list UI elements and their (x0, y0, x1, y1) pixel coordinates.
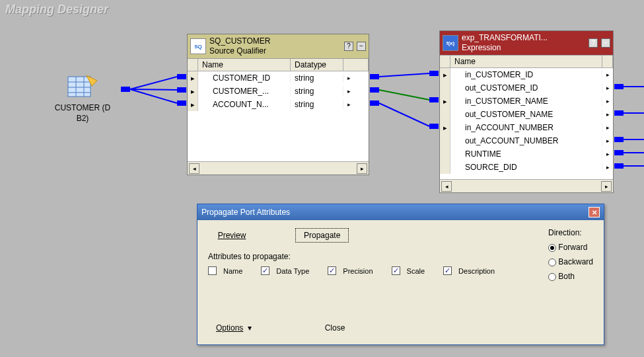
exp-header[interactable]: f(x) exp_TRANSFORMATI... Expression ? − (440, 31, 613, 56)
exp-in-port[interactable] (429, 124, 439, 129)
exp-out-port[interactable]: ▸ (602, 121, 613, 134)
exp-subtitle: Expression (462, 43, 585, 53)
row-handle[interactable] (440, 81, 450, 95)
designer-title: Mapping Designer (5, 3, 108, 17)
exp-cell: in_CUSTOMER_NAME (450, 97, 602, 106)
sq-col-datatype[interactable]: Datatype (291, 59, 343, 71)
direction-label: Direction: (548, 228, 593, 237)
scale-checkbox-label: Scale (407, 267, 425, 275)
sq-out-port[interactable] (370, 74, 379, 79)
sq-subtitle: Source Qualifier (209, 46, 341, 56)
row-handle[interactable] (440, 161, 450, 174)
dialog-title-text: Propagate Port Attributes (201, 208, 290, 217)
exp-out-port-ext[interactable] (614, 163, 624, 169)
sq-in-port[interactable] (177, 74, 186, 79)
svg-rect-0 (68, 77, 90, 97)
sq-icon: SQ (190, 38, 206, 54)
exp-col-name[interactable]: Name (450, 56, 602, 67)
help-button[interactable]: ? (344, 42, 353, 51)
scroll-left-button[interactable]: ◂ (189, 163, 199, 174)
exp-in-port[interactable] (429, 71, 439, 76)
scroll-left-button[interactable]: ◂ (441, 181, 452, 192)
description-checkbox[interactable]: ✓ (443, 266, 452, 275)
minimize-button[interactable]: − (601, 38, 610, 48)
sq-title: SQ_CUSTOMER (209, 36, 341, 46)
source-label-line2: B2) (50, 114, 116, 124)
exp-row[interactable]: ▸in_CUSTOMER_ID▸ (440, 68, 613, 81)
row-handle[interactable]: ▸ (188, 98, 198, 111)
exp-row[interactable]: RUNTIME▸ (440, 147, 613, 161)
svg-line-7 (130, 89, 177, 90)
exp-row[interactable]: ▸in_ACCOUNT_NUMBER▸ (440, 121, 613, 134)
scroll-right-button[interactable]: ▸ (601, 181, 612, 192)
source-customer[interactable]: CUSTOMER (D B2) (50, 71, 116, 124)
sq-out-port[interactable] (370, 87, 379, 93)
row-handle[interactable]: ▸ (188, 71, 198, 85)
sq-in-port[interactable] (177, 100, 186, 106)
exp-out-port-ext[interactable] (614, 137, 624, 142)
name-checkbox[interactable] (208, 266, 217, 275)
row-handle[interactable]: ▸ (440, 68, 450, 81)
exp-row[interactable]: out_CUSTOMER_NAME▸ (440, 108, 613, 121)
source-label-line1: CUSTOMER (D (50, 103, 116, 114)
sq-out-port[interactable]: ▸ (343, 71, 354, 85)
exp-out-port[interactable]: ▸ (602, 95, 613, 108)
sq-out-port[interactable]: ▸ (343, 85, 354, 98)
exp-row[interactable]: out_ACCOUNT_NUMBER▸ (440, 134, 613, 147)
backward-radio[interactable] (548, 258, 556, 266)
sq-out-port[interactable] (370, 100, 379, 106)
close-icon[interactable]: ✕ (589, 207, 600, 218)
sq-col-name[interactable]: Name (198, 59, 291, 71)
exp-in-port[interactable] (429, 97, 439, 102)
exp-cell: in_ACCOUNT_NUMBER (450, 123, 602, 132)
exp-out-port[interactable]: ▸ (602, 108, 613, 121)
svg-line-8 (130, 89, 177, 103)
datatype-checkbox[interactable]: ✓ (261, 266, 269, 275)
close-button[interactable]: Close (311, 321, 359, 335)
preview-button[interactable]: Preview (208, 228, 256, 243)
exp-cell: SOURCE_DID (450, 163, 602, 172)
row-handle[interactable] (440, 134, 450, 147)
exp-cell: in_CUSTOMER_ID (450, 70, 602, 79)
forward-radio[interactable] (548, 244, 556, 252)
row-handle[interactable] (440, 108, 450, 121)
row-handle[interactable] (440, 147, 450, 161)
row-handle[interactable]: ▸ (440, 95, 450, 108)
exp-out-port-ext[interactable] (614, 84, 624, 89)
row-handle[interactable]: ▸ (440, 121, 450, 134)
row-handle[interactable]: ▸ (188, 85, 198, 98)
exp-out-port[interactable]: ▸ (602, 161, 613, 174)
exp-row[interactable]: ▸in_CUSTOMER_NAME▸ (440, 95, 613, 108)
scroll-right-button[interactable]: ▸ (357, 163, 367, 174)
scale-checkbox[interactable]: ✓ (392, 266, 400, 275)
sq-in-port[interactable] (177, 87, 186, 93)
sq-row[interactable]: ▸ CUSTOMER_ID string ▸ (188, 71, 369, 85)
minimize-button[interactable]: − (357, 42, 366, 51)
exp-out-port[interactable]: ▸ (602, 147, 613, 161)
propagate-button[interactable]: Propagate (295, 228, 349, 243)
sq-row[interactable]: ▸ ACCOUNT_N... string ▸ (188, 98, 369, 111)
both-radio[interactable] (548, 273, 556, 281)
exp-row[interactable]: SOURCE_DID▸ (440, 161, 613, 174)
exp-cell: out_ACCOUNT_NUMBER (450, 136, 602, 145)
source-out-port[interactable] (121, 87, 130, 92)
exp-out-port-ext[interactable] (614, 150, 624, 155)
precision-checkbox[interactable]: ✓ (328, 266, 336, 275)
exp-row[interactable]: out_CUSTOMER_ID▸ (440, 81, 613, 95)
exp-out-port[interactable]: ▸ (602, 81, 613, 95)
propagate-dialog: Propagate Port Attributes ✕ Preview Prop… (197, 204, 604, 345)
fx-icon: f(x) (443, 35, 458, 51)
exp-out-port[interactable]: ▸ (602, 68, 613, 81)
name-checkbox-label: Name (223, 267, 242, 275)
dialog-titlebar[interactable]: Propagate Port Attributes ✕ (197, 204, 604, 220)
exp-out-port-ext[interactable] (614, 110, 624, 116)
exp-transformation-box[interactable]: f(x) exp_TRANSFORMATI... Expression ? − … (439, 30, 614, 193)
sq-header[interactable]: SQ SQ_CUSTOMER Source Qualifier ? − (188, 34, 369, 59)
sq-customer-box[interactable]: SQ SQ_CUSTOMER Source Qualifier ? − Name… (187, 34, 369, 175)
options-button[interactable]: Options ▾ (208, 321, 260, 335)
sq-row[interactable]: ▸ CUSTOMER_... string ▸ (188, 85, 369, 98)
precision-checkbox-label: Precision (343, 267, 373, 275)
exp-out-port[interactable]: ▸ (602, 134, 613, 147)
help-button[interactable]: ? (589, 38, 598, 48)
sq-out-port[interactable]: ▸ (343, 98, 354, 111)
